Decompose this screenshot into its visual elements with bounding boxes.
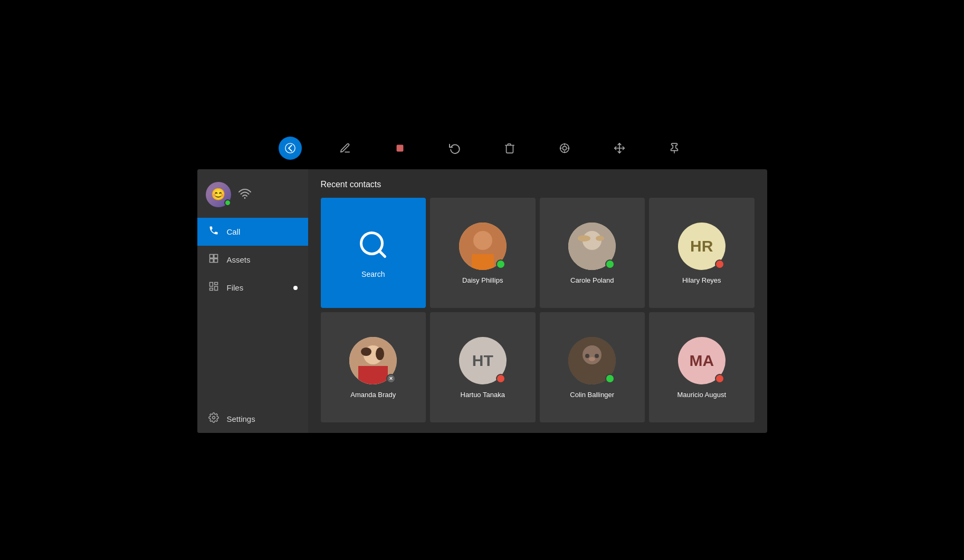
svg-rect-14 [214,255,217,258]
svg-point-45 [585,354,589,358]
contact-avatar-daisy [459,223,507,270]
assets-icon [208,253,219,266]
user-profile: 😊 [197,175,308,218]
call-icon [208,225,219,238]
avatar: 😊 [206,182,231,207]
sidebar-item-settings[interactable]: Settings [197,405,308,433]
undo-button[interactable] [443,137,466,160]
svg-rect-44 [577,366,607,384]
files-notification-dot [293,286,298,290]
svg-rect-18 [214,283,217,285]
main-panel: 😊 Ca [197,169,767,433]
svg-rect-38 [358,366,388,384]
content-area: Recent contacts Search [308,169,767,433]
pen-button[interactable] [333,137,357,160]
contact-card-carole-poland[interactable]: Carole Poland [540,198,645,308]
contacts-grid: Search [321,198,755,422]
sidebar-item-call-label: Call [227,227,241,236]
contact-name-amanda: Amanda Brady [350,391,396,399]
sidebar-item-files[interactable]: Files [197,274,308,302]
svg-line-23 [379,250,385,256]
svg-point-21 [212,417,215,419]
toolbar [197,127,767,169]
contact-status-carole [605,259,615,269]
svg-point-1 [285,143,294,153]
contact-avatar-hartuo: HT [459,337,507,384]
contact-name-mauricio: Mauricio August [677,391,727,399]
svg-point-25 [473,231,492,250]
svg-rect-2 [396,145,403,152]
contact-name-colin: Colin Ballinger [570,391,614,399]
contact-status-hartuo [496,374,505,383]
delete-button[interactable] [498,137,521,160]
sidebar-item-call[interactable]: Call [197,218,308,246]
svg-rect-19 [214,286,217,291]
svg-point-39 [361,347,371,356]
svg-point-33 [578,235,590,242]
contact-avatar-carole [568,223,616,270]
app-container: 😊 Ca [197,127,767,433]
search-card[interactable]: Search [321,198,426,308]
contact-name-carole: Carole Poland [570,276,614,284]
contact-card-hartuo-tanaka[interactable]: HT Hartuo Tanaka [430,312,536,422]
contact-avatar-colin [568,337,616,384]
svg-point-34 [596,236,604,241]
files-icon [208,281,219,294]
contact-avatar-mauricio: MA [678,337,726,384]
wifi-icon [238,188,251,201]
move-button[interactable] [608,137,631,160]
sidebar: 😊 Ca [197,169,308,433]
contact-status-hilary [715,259,724,269]
svg-rect-15 [209,259,213,263]
search-label: Search [361,270,385,278]
svg-point-4 [562,146,566,150]
sidebar-item-assets[interactable]: Assets [197,246,308,274]
svg-rect-13 [209,255,213,258]
contact-name-daisy: Daisy Phillips [462,276,503,284]
target-button[interactable] [553,137,576,160]
settings-icon [208,412,219,426]
contact-card-daisy-phillips[interactable]: Daisy Phillips [430,198,536,308]
svg-point-40 [376,347,384,360]
svg-rect-28 [472,254,494,270]
contact-status-mauricio [715,374,724,383]
contact-card-colin-ballinger[interactable]: Colin Ballinger [540,312,645,422]
svg-point-47 [589,357,595,361]
user-status [224,199,231,206]
contact-card-hilary-reyes[interactable]: HR Hilary Reyes [649,198,755,308]
section-title: Recent contacts [321,180,755,189]
sidebar-item-files-label: Files [227,283,244,292]
contact-status-colin [605,374,615,383]
contact-avatar-amanda: ✕ [349,337,397,384]
pin-button[interactable] [663,137,686,160]
stop-button[interactable] [388,137,412,160]
sidebar-item-assets-label: Assets [227,255,251,264]
svg-rect-17 [209,283,213,287]
contact-status-amanda: ✕ [386,374,396,383]
back-button[interactable] [279,137,302,160]
contact-status-daisy [496,259,505,269]
svg-rect-32 [577,252,607,270]
contact-name-hartuo: Hartuo Tanaka [461,391,505,399]
sidebar-item-settings-label: Settings [227,414,255,423]
contact-card-mauricio-august[interactable]: MA Mauricio August [649,312,755,422]
search-icon [357,229,389,265]
contact-card-amanda-brady[interactable]: ✕ Amanda Brady [321,312,426,422]
svg-rect-16 [214,259,217,263]
contact-name-hilary: Hilary Reyes [682,276,721,284]
svg-point-46 [595,354,599,358]
svg-point-42 [583,345,602,364]
contact-avatar-hilary: HR [678,223,726,270]
svg-rect-20 [209,288,213,290]
